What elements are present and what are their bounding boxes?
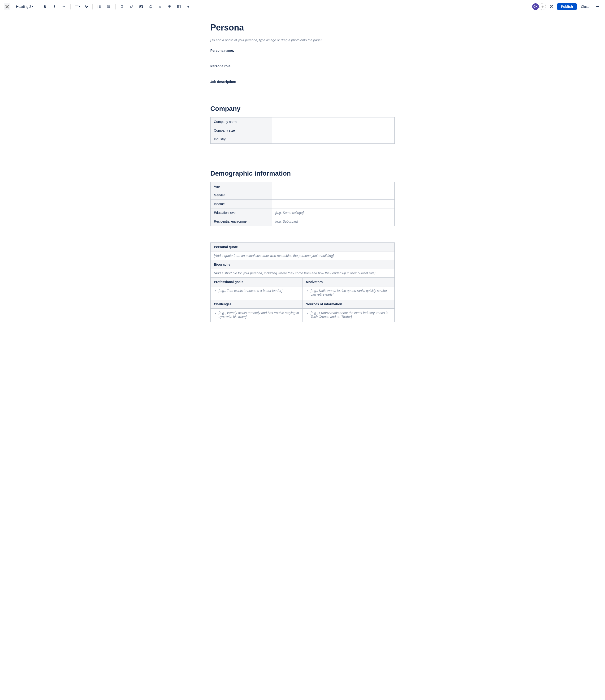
challenges-header: Challenges <box>210 300 303 309</box>
table-cell-value[interactable]: [e.g. Some college] <box>272 208 395 217</box>
svg-rect-22 <box>179 5 180 8</box>
table-cell-value[interactable] <box>272 135 395 144</box>
table-cell-value[interactable] <box>272 118 395 126</box>
table-row: Industry <box>210 135 395 144</box>
svg-rect-1 <box>75 5 78 5</box>
company-section-heading: Company <box>210 105 395 112</box>
personal-quote-header: Personal quote <box>210 243 395 251</box>
divider-4 <box>115 4 116 9</box>
table-cell-value[interactable] <box>272 182 395 191</box>
svg-rect-5 <box>99 5 101 6</box>
biography-content-row: [Add a short bio for your persona, inclu… <box>210 269 395 278</box>
sources-item: [e.g., Pranav reads about the latest ind… <box>311 311 392 319</box>
align-button[interactable]: ▾ <box>74 3 81 10</box>
chevron-down-icon-color: ▾ <box>87 5 88 8</box>
svg-text:3.: 3. <box>107 7 108 8</box>
table-cell-value[interactable] <box>272 191 395 200</box>
svg-rect-11 <box>108 5 110 6</box>
table-row: Gender <box>210 191 395 200</box>
bullet-list-button[interactable] <box>96 3 103 10</box>
table-cell-value[interactable]: [e.g. Suburban] <box>272 217 395 226</box>
svg-rect-9 <box>99 7 101 8</box>
table-cell-label: Company size <box>210 126 272 135</box>
spacer-3 <box>210 89 395 96</box>
bold-button[interactable]: B <box>41 3 49 10</box>
publish-button[interactable]: Publish <box>557 3 577 10</box>
table-row: Age <box>210 182 395 191</box>
app-logo[interactable] <box>4 3 10 10</box>
align-icon <box>75 4 79 9</box>
more-insert-button[interactable]: + <box>184 3 192 10</box>
sources-header: Sources of information <box>303 300 395 309</box>
personal-quote-row: Personal quote <box>210 243 395 251</box>
challenges-sources-header-row: Challenges Sources of information <box>210 300 395 309</box>
more-format-button[interactable]: ··· <box>60 3 68 10</box>
photo-placeholder: [To add a photo of your persona, type /i… <box>210 38 395 42</box>
company-table: Company nameCompany sizeIndustry <box>210 117 395 144</box>
checkbox-button[interactable]: ☑ <box>119 3 126 10</box>
professional-goals-content: [e.g., Tom wants to become a better lead… <box>210 286 303 300</box>
svg-rect-21 <box>177 5 179 8</box>
page-title[interactable]: Persona <box>210 23 395 33</box>
persona-details-table: Personal quote [Add a quote from an actu… <box>210 243 395 322</box>
biography-row: Biography <box>210 260 395 269</box>
job-description-label[interactable]: Job description: <box>210 80 395 84</box>
toolbar-right: CK + Publish Close ··· <box>532 3 601 10</box>
collaborators: CK + <box>532 3 546 10</box>
content-area: Persona [To add a photo of your persona,… <box>196 13 409 350</box>
goals-motivators-content-row: [e.g., Tom wants to become a better lead… <box>210 286 395 300</box>
demographic-section-heading: Demographic information <box>210 170 395 177</box>
svg-rect-16 <box>140 5 143 8</box>
motivators-content: [e.g., Katia wants to rise up the ranks … <box>303 286 395 300</box>
challenges-sources-content-row: [e.g., Wendy works remotely and has trou… <box>210 309 395 322</box>
table-cell-label: Age <box>210 182 272 191</box>
motivators-header: Motivators <box>303 278 395 286</box>
demographic-table: AgeGenderIncomeEducation level[e.g. Some… <box>210 182 395 226</box>
biography-header: Biography <box>210 260 395 269</box>
mention-button[interactable]: @ <box>147 3 154 10</box>
table-cell-value[interactable] <box>272 200 395 208</box>
table-cell-label: Industry <box>210 135 272 144</box>
persona-role-label[interactable]: Persona role: <box>210 64 395 68</box>
table-button[interactable] <box>166 3 173 10</box>
spacer-4 <box>210 153 395 160</box>
goals-motivators-header-row: Professional goals Motivators <box>210 278 395 286</box>
svg-point-4 <box>98 5 98 6</box>
persona-name-label[interactable]: Persona name: <box>210 49 395 52</box>
history-button[interactable] <box>548 3 555 10</box>
table-row: Income <box>210 200 395 208</box>
table-row: Company name <box>210 118 395 126</box>
italic-button[interactable]: I <box>51 3 58 10</box>
link-button[interactable] <box>128 3 135 10</box>
text-color-button[interactable]: A ▾ <box>83 3 90 10</box>
spacer-1 <box>210 57 395 64</box>
heading-style-dropdown[interactable]: Heading 2 ▾ <box>14 4 35 9</box>
text-color-icon: A <box>84 5 87 8</box>
add-collaborator-button[interactable]: + <box>539 3 546 10</box>
professional-goals-header: Professional goals <box>210 278 303 286</box>
close-button[interactable]: Close <box>579 3 592 10</box>
table-cell-value[interactable] <box>272 126 395 135</box>
numbered-list-button[interactable]: 1. 2. 3. <box>105 3 112 10</box>
svg-rect-15 <box>108 7 110 8</box>
chevron-down-icon: ▾ <box>32 5 33 8</box>
svg-point-6 <box>98 6 98 7</box>
more-options-button[interactable]: ··· <box>594 3 601 10</box>
table-cell-label: Residential environment <box>210 217 272 226</box>
svg-point-8 <box>98 7 98 8</box>
svg-rect-3 <box>75 7 78 7</box>
table-row: Education level[e.g. Some college] <box>210 208 395 217</box>
motivators-item: [e.g., Katia wants to rise up the ranks … <box>311 289 392 296</box>
avatar: CK <box>532 3 539 10</box>
biography-content: [Add a short bio for your persona, inclu… <box>210 269 395 278</box>
spacer-2 <box>210 73 395 80</box>
layout-button[interactable] <box>175 3 183 10</box>
chevron-down-icon-align: ▾ <box>79 5 80 8</box>
emoji-button[interactable]: ☺ <box>156 3 164 10</box>
image-button[interactable] <box>137 3 145 10</box>
table-cell-label: Gender <box>210 191 272 200</box>
personal-quote-content-row: [Add a quote from an actual customer who… <box>210 251 395 260</box>
professional-goals-item: [e.g., Tom wants to become a better lead… <box>219 289 299 293</box>
challenges-item: [e.g., Wendy works remotely and has trou… <box>219 311 299 319</box>
table-cell-label: Income <box>210 200 272 208</box>
